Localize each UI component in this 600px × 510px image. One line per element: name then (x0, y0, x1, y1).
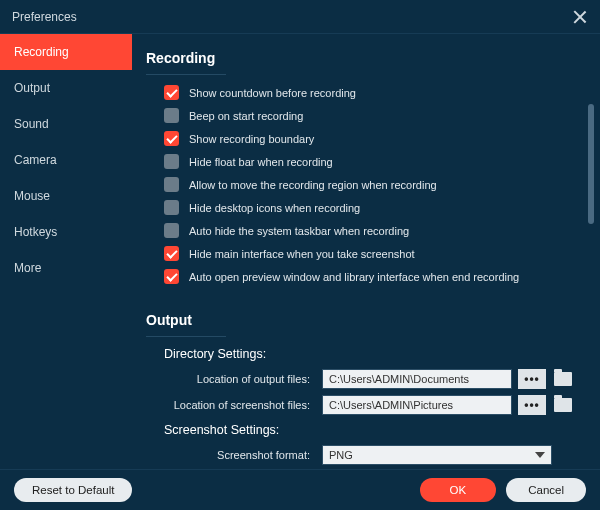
sidebar-item-output[interactable]: Output (0, 70, 132, 106)
checkbox-icon[interactable] (164, 85, 179, 100)
directory-settings-label: Directory Settings: (164, 347, 580, 361)
option-hide-main-interface[interactable]: Hide main interface when you take screen… (164, 246, 580, 261)
checkbox-icon[interactable] (164, 154, 179, 169)
option-hide-desktop-icons[interactable]: Hide desktop icons when recording (164, 200, 580, 215)
checkbox-icon[interactable] (164, 177, 179, 192)
folder-icon[interactable] (554, 398, 572, 412)
window-title: Preferences (12, 10, 77, 24)
scrollbar-thumb[interactable] (588, 104, 594, 224)
sidebar-item-sound[interactable]: Sound (0, 106, 132, 142)
option-auto-hide-taskbar[interactable]: Auto hide the system taskbar when record… (164, 223, 580, 238)
cancel-button[interactable]: Cancel (506, 478, 586, 502)
option-show-boundary[interactable]: Show recording boundary (164, 131, 580, 146)
select-value: PNG (329, 449, 353, 461)
option-label: Hide main interface when you take screen… (189, 248, 415, 260)
screenshot-format-select[interactable]: PNG (322, 445, 552, 465)
ok-button[interactable]: OK (420, 478, 497, 502)
option-label: Show countdown before recording (189, 87, 356, 99)
sidebar-item-hotkeys[interactable]: Hotkeys (0, 214, 132, 250)
browse-button[interactable]: ••• (518, 395, 546, 415)
option-show-countdown[interactable]: Show countdown before recording (164, 85, 580, 100)
checkbox-icon[interactable] (164, 269, 179, 284)
screenshot-files-label: Location of screenshot files: (168, 399, 316, 411)
sidebar-item-mouse[interactable]: Mouse (0, 178, 132, 214)
option-label: Show recording boundary (189, 133, 314, 145)
screenshot-format-label: Screenshot format: (168, 449, 316, 461)
option-label: Hide desktop icons when recording (189, 202, 360, 214)
reset-button[interactable]: Reset to Default (14, 478, 132, 502)
option-label: Auto open preview window and library int… (189, 271, 519, 283)
output-section: Output Directory Settings: Location of o… (146, 306, 580, 465)
row-output-files: Location of output files: C:\Users\ADMIN… (146, 369, 580, 389)
title-bar: Preferences (0, 0, 600, 34)
close-icon[interactable] (572, 9, 588, 25)
checkbox-icon[interactable] (164, 246, 179, 261)
main-panel: Recording Show countdown before recordin… (132, 34, 600, 469)
sidebar-item-camera[interactable]: Camera (0, 142, 132, 178)
option-label: Auto hide the system taskbar when record… (189, 225, 409, 237)
option-label: Beep on start recording (189, 110, 303, 122)
chevron-down-icon (535, 452, 545, 458)
folder-icon[interactable] (554, 372, 572, 386)
option-label: Allow to move the recording region when … (189, 179, 437, 191)
option-beep-on-start[interactable]: Beep on start recording (164, 108, 580, 123)
row-screenshot-files: Location of screenshot files: C:\Users\A… (146, 395, 580, 415)
sidebar: Recording Output Sound Camera Mouse Hotk… (0, 34, 132, 469)
screenshot-files-input[interactable]: C:\Users\ADMIN\Pictures (322, 395, 512, 415)
checkbox-icon[interactable] (164, 200, 179, 215)
footer: Reset to Default OK Cancel (0, 469, 600, 510)
browse-button[interactable]: ••• (518, 369, 546, 389)
checkbox-icon[interactable] (164, 108, 179, 123)
recording-options: Show countdown before recording Beep on … (146, 85, 580, 284)
body: Recording Output Sound Camera Mouse Hotk… (0, 34, 600, 469)
sidebar-item-recording[interactable]: Recording (0, 34, 132, 70)
row-screenshot-format: Screenshot format: PNG (146, 445, 580, 465)
output-files-input[interactable]: C:\Users\ADMIN\Documents (322, 369, 512, 389)
output-files-label: Location of output files: (168, 373, 316, 385)
recording-heading: Recording (146, 44, 226, 75)
option-hide-float-bar[interactable]: Hide float bar when recording (164, 154, 580, 169)
sidebar-item-more[interactable]: More (0, 250, 132, 286)
checkbox-icon[interactable] (164, 131, 179, 146)
screenshot-settings-label: Screenshot Settings: (164, 423, 580, 437)
option-auto-open-preview[interactable]: Auto open preview window and library int… (164, 269, 580, 284)
checkbox-icon[interactable] (164, 223, 179, 238)
output-heading: Output (146, 306, 226, 337)
option-label: Hide float bar when recording (189, 156, 333, 168)
option-allow-move-region[interactable]: Allow to move the recording region when … (164, 177, 580, 192)
